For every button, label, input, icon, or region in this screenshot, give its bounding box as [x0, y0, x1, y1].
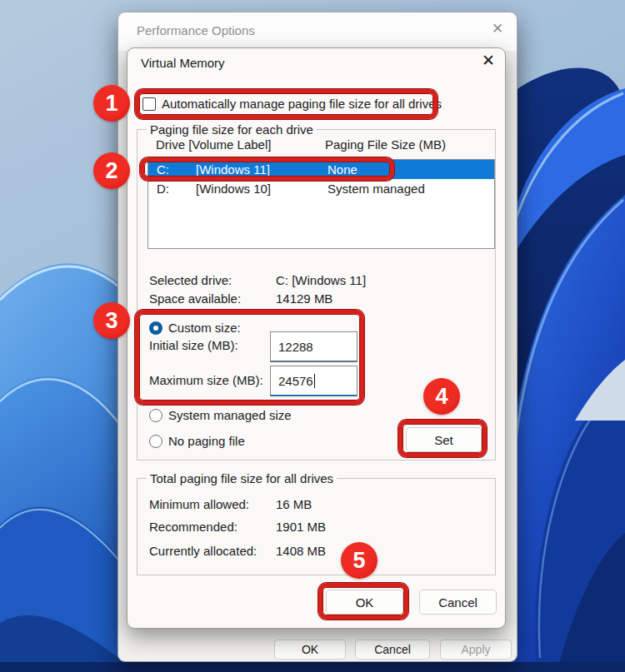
selected-drive-value: C: [Windows 11]	[276, 273, 366, 288]
size-column-header: Paging File Size (MB)	[325, 137, 446, 152]
perf-ok-button[interactable]: OK	[274, 640, 346, 660]
currently-allocated-label: Currently allocated:	[149, 544, 257, 559]
drive-list-row-c[interactable]: C: [Windows 11] None	[148, 160, 494, 179]
selected-drive-label: Selected drive:	[149, 273, 232, 288]
drive-column-header: Drive [Volume Label]	[156, 137, 271, 152]
drive-list-row-d[interactable]: D: [Windows 10] System managed	[148, 179, 494, 198]
system-managed-radio[interactable]	[149, 409, 162, 422]
custom-size-radio[interactable]	[149, 321, 162, 335]
close-icon[interactable]: ✕	[482, 53, 495, 67]
system-managed-label[interactable]: System managed size	[168, 408, 292, 423]
text-caret	[314, 374, 316, 388]
vm-ok-button[interactable]: OK	[326, 590, 403, 615]
maximum-size-field[interactable]: 24576	[270, 366, 358, 396]
drive-list: C: [Windows 11] None D: [Windows 10] Sys…	[148, 159, 495, 249]
auto-manage-label[interactable]: Automatically manage paging file size fo…	[162, 97, 442, 112]
system-managed-row: System managed size	[149, 408, 292, 423]
paging-size: System managed	[328, 182, 494, 196]
virtual-memory-dialog: Virtual Memory ✕ Automatically manage pa…	[127, 47, 506, 629]
maximum-size-label: Maximum size (MB):	[149, 373, 263, 388]
paging-size: None	[328, 162, 494, 177]
no-paging-label[interactable]: No paging file	[168, 434, 245, 449]
initial-size-field[interactable]: 12288	[270, 331, 358, 362]
space-available-value: 14129 MB	[276, 291, 332, 306]
volume-label: [Windows 10]	[196, 182, 328, 196]
performance-options-title: Performance Options	[137, 23, 255, 38]
no-paging-radio[interactable]	[149, 435, 162, 448]
auto-manage-checkbox[interactable]	[142, 97, 156, 111]
set-button[interactable]: Set	[406, 427, 482, 452]
space-available-label: Space available:	[149, 291, 241, 306]
vm-cancel-button[interactable]: Cancel	[419, 590, 497, 615]
no-paging-row: No paging file	[149, 434, 245, 449]
initial-size-label: Initial size (MB):	[149, 338, 238, 353]
minimum-allowed-value: 16 MB	[276, 497, 312, 512]
perf-cancel-button[interactable]: Cancel	[355, 640, 430, 660]
total-paging-group-label: Total paging file size for all drives	[147, 471, 337, 485]
recommended-label: Recommended:	[149, 520, 238, 535]
drive-letter: C:	[157, 162, 196, 177]
custom-size-row: Custom size:	[149, 321, 241, 336]
close-icon[interactable]: ✕	[492, 22, 503, 36]
initial-size-value: 12288	[278, 340, 313, 354]
custom-size-label[interactable]: Custom size:	[168, 321, 241, 336]
paging-file-group-label: Paging file size for each drive	[147, 122, 317, 137]
perf-apply-button[interactable]: Apply	[440, 640, 512, 660]
drive-letter: D:	[157, 182, 196, 196]
maximum-size-value: 24576	[278, 374, 313, 388]
virtual-memory-title: Virtual Memory	[141, 56, 225, 71]
minimum-allowed-label: Minimum allowed:	[149, 497, 249, 512]
recommended-value: 1901 MB	[276, 520, 326, 535]
currently-allocated-value: 1408 MB	[276, 544, 326, 559]
volume-label: [Windows 11]	[196, 162, 328, 177]
auto-manage-row: Automatically manage paging file size fo…	[142, 97, 442, 112]
